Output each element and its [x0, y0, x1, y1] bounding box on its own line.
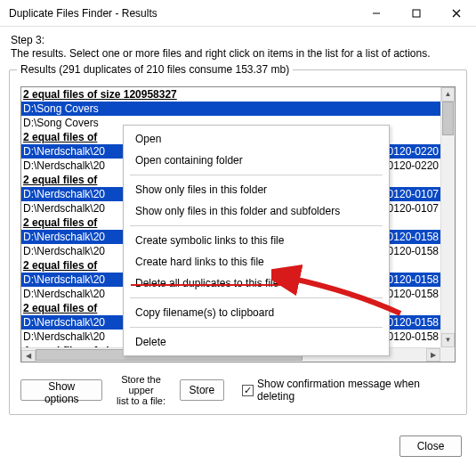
- confirm-checkbox[interactable]: ✓: [242, 385, 254, 396]
- ctx-symlink[interactable]: Create symbolic links to this file: [126, 230, 386, 251]
- close-window-button[interactable]: [436, 0, 476, 27]
- vertical-scroll-thumb[interactable]: [442, 102, 454, 135]
- ctx-delete[interactable]: Delete: [126, 331, 386, 353]
- ctx-delete-dupes[interactable]: Delete all duplicates to this file: [126, 273, 386, 294]
- ctx-show-subfolders[interactable]: Show only files in this folder and subfo…: [126, 200, 386, 222]
- scroll-right-button[interactable]: ▶: [426, 348, 440, 362]
- show-options-button[interactable]: Show options: [20, 379, 102, 401]
- svg-rect-1: [413, 10, 420, 17]
- window-title: Duplicate Files Finder - Results: [9, 7, 356, 20]
- window-controls: [356, 0, 476, 27]
- store-label: Store the upper list to a file:: [108, 374, 173, 406]
- scroll-down-button[interactable]: ▼: [441, 333, 455, 347]
- bottom-controls: Show options Store the upper list to a f…: [20, 377, 456, 403]
- ctx-separator: [126, 171, 386, 179]
- vertical-scrollbar[interactable]: ▲ ▼: [440, 87, 455, 347]
- ctx-hardlink[interactable]: Create hard links to this file: [126, 251, 386, 273]
- ctx-separator: [126, 294, 386, 302]
- step-description: The results. Select one or more files an…: [11, 47, 465, 60]
- ctx-copy-names[interactable]: Copy filename(s) to clipboard: [126, 302, 386, 323]
- step-area: Step 3: The results. Select one or more …: [0, 27, 476, 63]
- confirm-checkbox-label: Show confirmation message when deleting: [257, 378, 456, 403]
- close-button[interactable]: Close: [399, 436, 462, 457]
- scrollbar-corner: [440, 347, 455, 362]
- group-header: 2 equal files of size 120958327: [21, 87, 440, 102]
- context-menu: Open Open containing folder Show only fi…: [123, 125, 390, 356]
- confirm-checkbox-wrap[interactable]: ✓ Show confirmation message when deletin…: [242, 378, 456, 403]
- titlebar: Duplicate Files Finder - Results: [0, 0, 476, 27]
- ctx-separator: [126, 222, 386, 230]
- ctx-show-folder[interactable]: Show only files in this folder: [126, 179, 386, 200]
- ctx-separator: [126, 323, 386, 331]
- step-label: Step 3:: [11, 34, 465, 46]
- maximize-button[interactable]: [396, 0, 436, 27]
- scroll-up-button[interactable]: ▲: [441, 87, 455, 102]
- ctx-open[interactable]: Open: [126, 128, 386, 150]
- annotation-underline: [131, 284, 298, 286]
- file-row[interactable]: D:\Song Covers: [21, 102, 440, 116]
- footer: Close: [399, 436, 462, 457]
- store-button[interactable]: Store: [180, 379, 225, 401]
- scroll-left-button[interactable]: ◀: [21, 350, 36, 363]
- minimize-button[interactable]: [356, 0, 396, 27]
- ctx-open-folder[interactable]: Open containing folder: [126, 150, 386, 171]
- results-legend: Results (291 duplicates of 210 files con…: [17, 63, 293, 76]
